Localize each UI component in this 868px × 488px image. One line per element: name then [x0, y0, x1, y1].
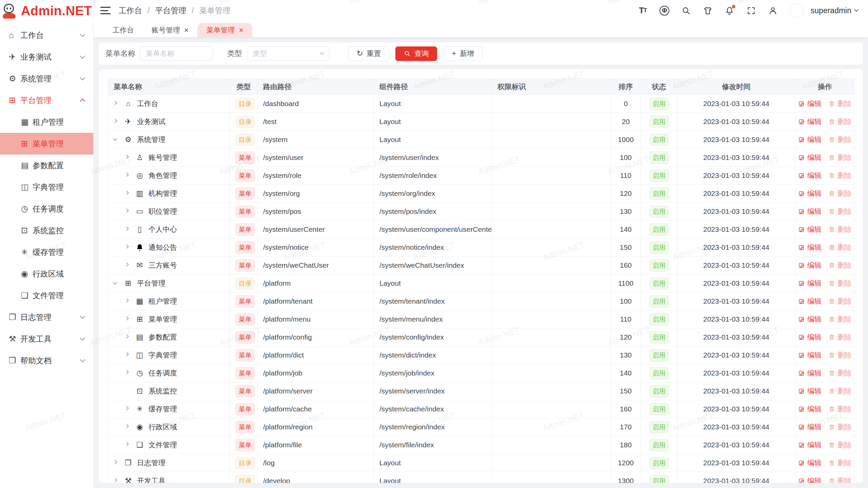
- delete-button[interactable]: 删除: [828, 404, 852, 414]
- expand-arrow-icon[interactable]: [125, 229, 135, 230]
- delete-button[interactable]: 删除: [828, 368, 852, 378]
- edit-button[interactable]: 编辑: [798, 476, 822, 483]
- edit-button[interactable]: 编辑: [798, 297, 822, 306]
- edit-button[interactable]: 编辑: [798, 117, 822, 126]
- expand-arrow-icon[interactable]: [125, 319, 135, 320]
- delete-button[interactable]: 删除: [828, 153, 852, 162]
- delete-button[interactable]: 删除: [828, 207, 852, 216]
- theme-icon[interactable]: [703, 5, 713, 16]
- sidebar-item[interactable]: ❒帮助文档: [0, 350, 93, 371]
- sidebar-item[interactable]: ❐日志管理: [0, 306, 93, 328]
- edit-button[interactable]: 编辑: [798, 458, 822, 468]
- expand-arrow-icon[interactable]: [125, 444, 135, 446]
- delete-button[interactable]: 删除: [828, 476, 852, 483]
- edit-button[interactable]: 编辑: [798, 135, 822, 144]
- sidebar-item[interactable]: ✈业务测试: [0, 46, 93, 68]
- collapse-sidebar-icon[interactable]: [100, 7, 111, 14]
- delete-button[interactable]: 删除: [828, 297, 852, 306]
- delete-button[interactable]: 删除: [828, 458, 852, 468]
- edit-button[interactable]: 编辑: [798, 422, 822, 432]
- edit-button[interactable]: 编辑: [798, 386, 822, 396]
- fullscreen-icon[interactable]: [746, 5, 756, 16]
- edit-button[interactable]: 编辑: [798, 368, 822, 378]
- expand-arrow-icon[interactable]: [114, 480, 124, 482]
- sidebar-item[interactable]: ⊞平台管理: [0, 89, 93, 111]
- expand-arrow-icon[interactable]: [125, 426, 135, 428]
- type-select[interactable]: 类型: [247, 46, 329, 61]
- delete-button[interactable]: 删除: [828, 440, 852, 450]
- edit-button[interactable]: 编辑: [798, 350, 822, 360]
- delete-button[interactable]: 删除: [828, 243, 852, 252]
- delete-button[interactable]: 删除: [828, 386, 852, 396]
- expand-arrow-icon[interactable]: [114, 121, 124, 122]
- bell-icon[interactable]: [725, 5, 735, 16]
- menu-name-input[interactable]: [140, 46, 213, 61]
- expand-arrow-icon[interactable]: [125, 193, 135, 194]
- delete-button[interactable]: 删除: [828, 99, 852, 108]
- delete-button[interactable]: 删除: [828, 189, 852, 198]
- sidebar-item[interactable]: ❏文件管理: [0, 285, 93, 306]
- expand-arrow-icon[interactable]: [125, 247, 135, 248]
- edit-button[interactable]: 编辑: [798, 189, 822, 198]
- edit-button[interactable]: 编辑: [798, 440, 822, 450]
- language-icon[interactable]: Φ: [659, 5, 670, 16]
- edit-button[interactable]: 编辑: [798, 404, 822, 414]
- edit-button[interactable]: 编辑: [798, 225, 822, 234]
- user-avatar[interactable]: [790, 3, 804, 18]
- app-logo[interactable]: Admin.NET: [0, 0, 93, 22]
- sidebar-item[interactable]: ◫字典管理: [0, 176, 93, 198]
- expand-arrow-icon[interactable]: [114, 462, 124, 464]
- expand-arrow-icon[interactable]: [114, 139, 124, 140]
- sidebar-item[interactable]: ⚒开发工具: [0, 328, 93, 350]
- sidebar-item[interactable]: ⊡系统监控: [0, 220, 93, 241]
- delete-button[interactable]: 删除: [828, 261, 852, 270]
- tab-close-icon[interactable]: ×: [184, 26, 189, 34]
- delete-button[interactable]: 删除: [828, 350, 852, 360]
- delete-button[interactable]: 删除: [828, 135, 852, 144]
- expand-arrow-icon[interactable]: [125, 354, 135, 356]
- edit-button[interactable]: 编辑: [798, 261, 822, 270]
- expand-arrow-icon[interactable]: [125, 408, 135, 410]
- user-icon[interactable]: [768, 5, 778, 16]
- delete-button[interactable]: 删除: [828, 279, 852, 288]
- sidebar-item[interactable]: ◷任务调度: [0, 198, 93, 220]
- edit-button[interactable]: 编辑: [798, 243, 822, 252]
- sidebar-item[interactable]: ⊞菜单管理: [0, 133, 93, 155]
- sidebar-item[interactable]: ✳缓存管理: [0, 241, 93, 263]
- edit-button[interactable]: 编辑: [798, 314, 822, 324]
- expand-arrow-icon[interactable]: [125, 301, 135, 302]
- tab-item[interactable]: 工作台: [104, 23, 143, 37]
- tab-close-icon[interactable]: ×: [239, 26, 243, 34]
- tab-item[interactable]: 账号管理×: [143, 23, 197, 37]
- reset-button[interactable]: ↻ 重置: [348, 46, 389, 61]
- delete-button[interactable]: 删除: [828, 332, 852, 342]
- breadcrumb-item[interactable]: 平台管理: [155, 5, 186, 16]
- edit-button[interactable]: 编辑: [798, 279, 822, 288]
- expand-arrow-icon[interactable]: [125, 157, 135, 158]
- delete-button[interactable]: 删除: [828, 171, 852, 180]
- expand-arrow-icon[interactable]: [125, 265, 135, 266]
- edit-button[interactable]: 编辑: [798, 99, 822, 108]
- user-menu[interactable]: superadmin: [811, 6, 858, 15]
- expand-arrow-icon[interactable]: [125, 372, 135, 374]
- sidebar-item[interactable]: ⚙系统管理: [0, 68, 93, 89]
- expand-arrow-icon[interactable]: [114, 103, 124, 104]
- delete-button[interactable]: 删除: [828, 117, 852, 126]
- delete-button[interactable]: 删除: [828, 314, 852, 324]
- tab-active[interactable]: 菜单管理×: [197, 23, 252, 37]
- edit-button[interactable]: 编辑: [798, 207, 822, 216]
- sidebar-item[interactable]: ⌂工作台: [0, 24, 93, 46]
- expand-arrow-icon[interactable]: [125, 337, 135, 338]
- sidebar-item[interactable]: ▤参数配置: [0, 155, 93, 176]
- delete-button[interactable]: 删除: [828, 225, 852, 234]
- expand-arrow-icon[interactable]: [125, 175, 135, 176]
- font-size-icon[interactable]: TT: [638, 5, 648, 16]
- sidebar-item[interactable]: ◉行政区域: [0, 263, 93, 285]
- edit-button[interactable]: 编辑: [798, 332, 822, 342]
- sidebar-item[interactable]: ▦租户管理: [0, 111, 93, 133]
- search-icon[interactable]: [681, 5, 691, 16]
- expand-arrow-icon[interactable]: [125, 211, 135, 212]
- breadcrumb-item[interactable]: 工作台: [119, 5, 142, 16]
- edit-button[interactable]: 编辑: [798, 171, 822, 180]
- add-button[interactable]: + 新增: [443, 46, 482, 61]
